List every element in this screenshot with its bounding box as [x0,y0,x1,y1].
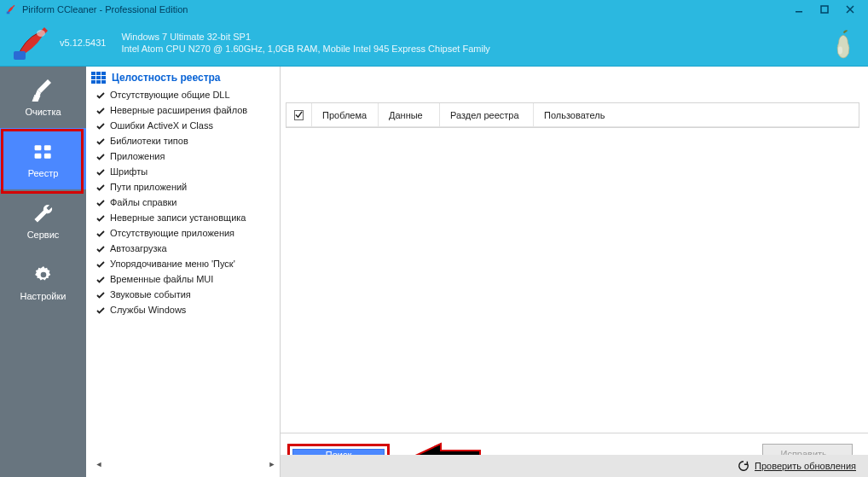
table-col-checkbox[interactable] [286,103,312,126]
registry-check-item[interactable]: Библиотеки типов [91,133,280,148]
sidebar-item-label: Очистка [25,107,61,117]
checkmark-icon [96,121,105,128]
registry-check-item[interactable]: Пути приложений [91,179,280,195]
app-header: v5.12.5431 Windows 7 Ultimate 32-bit SP1… [0,19,868,67]
checkmark-icon [96,167,105,174]
registry-check-item[interactable]: Приложения [91,148,280,164]
registry-check-item[interactable]: Временные файлы MUI [91,271,280,287]
table-col-problem[interactable]: Проблема [312,103,379,126]
sidebar-item-settings[interactable]: Настройки [0,251,86,312]
checkmark-icon [96,290,105,297]
svg-rect-6 [34,145,41,150]
scroll-left-button[interactable]: ◄ [93,458,105,470]
svg-rect-1 [796,11,802,13]
system-info-line2: Intel Atom CPU N270 @ 1.60GHz, 1,0GB RAM… [121,43,489,55]
sidebar-item-label: Настройки [20,291,67,301]
check-item-label: Службы Windows [110,305,186,315]
checkmark-icon [96,275,105,282]
check-item-label: Автозагрузка [110,243,167,253]
results-table: Проблема Данные Раздел реестра Пользоват… [286,102,859,128]
checkmark-icon [96,259,105,266]
checkmark-icon [96,137,105,143]
gear-icon [29,262,58,288]
grid-icon [29,139,58,165]
sidebar-item-label: Реестр [28,168,59,178]
registry-check-item[interactable]: Упорядочивание меню 'Пуск' [91,256,280,271]
svg-rect-7 [43,145,50,150]
main-body: Очистка Реестр Сервис Настройк [0,67,868,477]
table-col-data[interactable]: Данные [379,103,440,126]
table-col-section[interactable]: Раздел реестра [440,103,534,126]
sidebar-item-clean[interactable]: Очистка [0,67,86,128]
check-item-label: Шрифты [110,166,148,177]
system-info: Windows 7 Ultimate 32-bit SP1 Intel Atom… [121,31,489,55]
status-bar: Проверить обновления [281,455,868,477]
checkmark-icon [96,305,105,312]
sidebar-item-tools[interactable]: Сервис [0,189,86,251]
title-bar: Piriform CCleaner - Professional Edition [0,0,868,19]
system-info-line1: Windows 7 Ultimate 32-bit SP1 [121,31,489,43]
checkmark-icon [96,183,105,189]
close-button[interactable] [837,0,863,19]
svg-point-5 [838,47,842,55]
svg-rect-2 [821,6,828,13]
checkmark-icon [96,244,105,251]
registry-check-item[interactable]: Звуковые события [91,287,280,302]
svg-point-4 [37,30,45,37]
svg-point-10 [40,272,46,278]
horizontal-scrollbar[interactable]: ◄ ► [91,457,280,472]
refresh-icon [738,460,749,472]
check-updates-link[interactable]: Проверить обновления [738,460,856,472]
grid-small-icon [91,72,107,84]
sidebar-item-registry[interactable]: Реестр [0,128,86,189]
checkmark-icon [96,106,105,113]
registry-check-item[interactable]: Автозагрузка [91,241,280,256]
maximize-button[interactable] [812,0,837,19]
registry-check-item[interactable]: Ошибки ActiveX и Class [91,118,280,133]
check-item-label: Неверные расширения файлов [110,105,247,115]
sidebar: Очистка Реестр Сервис Настройк [0,67,86,477]
registry-checklist-panel: Целостность реестра Отсутствующие общие … [86,67,281,477]
broom-icon [29,78,58,103]
svg-rect-0 [7,12,10,15]
ccleaner-logo-icon [9,24,56,61]
check-item-label: Отсутствующие приложения [110,228,234,238]
checkmark-icon [96,90,105,97]
registry-check-item[interactable]: Шрифты [91,164,280,179]
app-icon [5,3,17,15]
wrench-icon [29,201,58,226]
registry-heading: Целостность реестра [91,72,280,84]
registry-checklist: Отсутствующие общие DLLНеверные расширен… [91,87,280,451]
checkmark-icon [96,213,105,220]
select-all-checkbox[interactable] [294,110,304,120]
check-item-label: Библиотеки типов [110,136,188,146]
svg-rect-9 [43,154,50,159]
check-item-label: Приложения [110,151,165,161]
check-item-label: Неверные записи установщика [110,212,246,223]
check-updates-label: Проверить обновления [755,461,856,471]
registry-heading-label: Целостность реестра [112,72,221,84]
scroll-right-button[interactable]: ► [266,458,278,470]
checkmark-icon [96,152,105,159]
registry-check-item[interactable]: Файлы справки [91,195,280,210]
check-item-label: Пути приложений [110,182,187,192]
sidebar-item-label: Сервис [27,230,60,240]
table-col-user[interactable]: Пользователь [534,103,619,126]
registry-check-item[interactable]: Службы Windows [91,302,280,317]
svg-rect-3 [14,51,26,60]
registry-check-item[interactable]: Отсутствующие приложения [91,225,280,241]
registry-check-item[interactable]: Неверные записи установщика [91,210,280,225]
svg-rect-8 [34,154,41,159]
check-item-label: Ошибки ActiveX и Class [110,120,213,131]
table-header: Проблема Данные Раздел реестра Пользоват… [286,103,859,127]
checkmark-icon [96,198,105,205]
registry-check-item[interactable]: Отсутствующие общие DLL [91,87,280,102]
checkmark-icon [96,229,105,236]
version-label: v5.12.5431 [60,38,106,48]
minimize-button[interactable] [786,0,812,19]
window-title: Piriform CCleaner - Professional Edition [22,4,786,15]
check-item-label: Файлы справки [110,197,177,207]
check-item-label: Временные файлы MUI [110,274,213,284]
check-item-label: Звуковые события [110,289,191,300]
registry-check-item[interactable]: Неверные расширения файлов [91,102,280,118]
